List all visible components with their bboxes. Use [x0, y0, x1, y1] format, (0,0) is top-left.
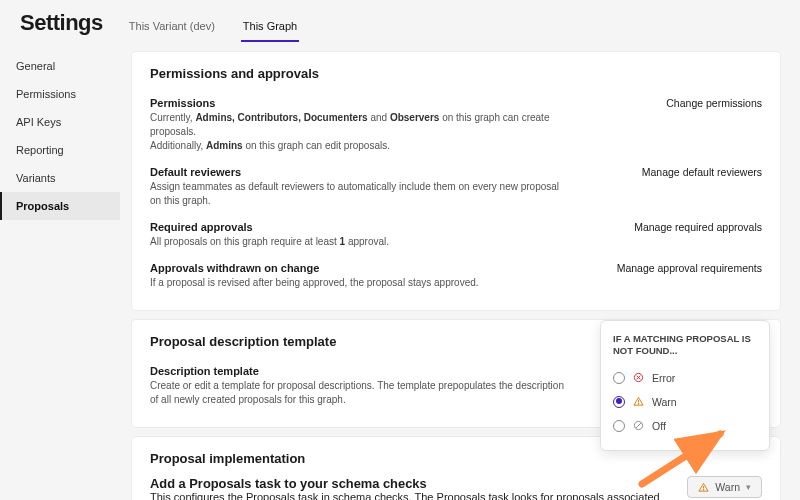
card-permissions-approvals: Permissions and approvals Permissions Cu… [132, 52, 780, 310]
sidebar-item-proposals[interactable]: Proposals [0, 192, 120, 220]
proposals-task-popover: IF A MATCHING PROPOSAL IS NOT FOUND... E… [600, 320, 770, 451]
sidebar: General Permissions API Keys Reporting V… [0, 42, 120, 500]
sidebar-item-variants[interactable]: Variants [0, 164, 120, 192]
option-warn[interactable]: Warn [613, 390, 757, 414]
proposals-task-select[interactable]: Warn ▾ [687, 476, 762, 498]
row-desc: Currently, Admins, Contributors, Documen… [150, 111, 570, 153]
row-heading: Approvals withdrawn on change [150, 262, 479, 274]
row-heading: Default reviewers [150, 166, 570, 178]
sidebar-item-api-keys[interactable]: API Keys [0, 108, 120, 136]
radio-icon [613, 396, 625, 408]
row-default-reviewers: Default reviewers Assign teammates as de… [150, 159, 762, 214]
page-title: Settings [20, 10, 103, 42]
svg-line-8 [636, 423, 642, 429]
row-permissions: Permissions Currently, Admins, Contribut… [150, 91, 762, 159]
option-off[interactable]: Off [613, 414, 757, 438]
option-label: Off [652, 420, 666, 432]
svg-point-1 [703, 489, 704, 490]
row-desc: This configures the Proposals task in sc… [150, 491, 675, 500]
row-desc: If a proposal is revised after being app… [150, 276, 479, 290]
row-desc: All proposals on this graph require at l… [150, 235, 389, 249]
row-required-approvals: Required approvals All proposals on this… [150, 214, 762, 255]
option-error[interactable]: Error [613, 366, 757, 390]
chevron-down-icon: ▾ [746, 482, 751, 492]
row-heading: Permissions [150, 97, 570, 109]
tab-this-graph[interactable]: This Graph [241, 16, 299, 42]
svg-point-6 [638, 404, 639, 405]
manage-approval-requirements-link[interactable]: Manage approval requirements [617, 262, 762, 274]
row-desc: Create or edit a template for proposal d… [150, 379, 570, 407]
radio-icon [613, 420, 625, 432]
off-icon [633, 420, 644, 431]
card-title: Permissions and approvals [150, 66, 762, 81]
row-heading: Add a Proposals task to your schema chec… [150, 476, 675, 491]
sidebar-item-general[interactable]: General [0, 52, 120, 80]
sidebar-item-permissions[interactable]: Permissions [0, 80, 120, 108]
select-value: Warn [715, 481, 740, 493]
manage-required-approvals-link[interactable]: Manage required approvals [634, 221, 762, 233]
row-approvals-withdrawn: Approvals withdrawn on change If a propo… [150, 255, 762, 296]
option-label: Warn [652, 396, 677, 408]
warning-icon [698, 482, 709, 493]
option-label: Error [652, 372, 675, 384]
change-permissions-link[interactable]: Change permissions [666, 97, 762, 109]
row-heading: Required approvals [150, 221, 389, 233]
row-heading: Description template [150, 365, 570, 377]
card-title: Proposal implementation [150, 451, 762, 466]
manage-default-reviewers-link[interactable]: Manage default reviewers [642, 166, 762, 178]
warning-icon [633, 396, 644, 407]
sidebar-item-reporting[interactable]: Reporting [0, 136, 120, 164]
popover-title: IF A MATCHING PROPOSAL IS NOT FOUND... [613, 333, 757, 358]
radio-icon [613, 372, 625, 384]
error-icon [633, 372, 644, 383]
tab-this-variant[interactable]: This Variant (dev) [127, 16, 217, 42]
row-desc: Assign teammates as default reviewers to… [150, 180, 570, 208]
